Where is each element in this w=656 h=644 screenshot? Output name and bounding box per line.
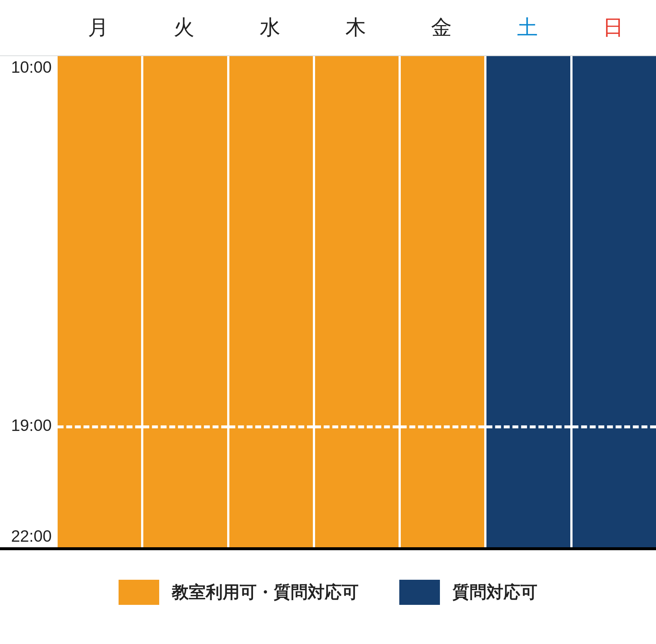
day-head-sun: 日	[570, 0, 656, 56]
day-head-fri: 金	[399, 0, 484, 56]
col-wed	[227, 56, 313, 547]
block-wed	[229, 56, 313, 547]
time-label-start: 10:00	[11, 58, 52, 76]
col-mon	[55, 56, 141, 547]
col-fri	[399, 56, 484, 547]
day-head-sat: 土	[484, 0, 570, 56]
block-thu	[315, 56, 399, 547]
legend-label-orange: 教室利用可・質問対応可	[172, 581, 359, 604]
chart-grid: 月 火 水 木 金 土 日 10:00 19:00 22:00	[0, 0, 656, 547]
legend-item-orange: 教室利用可・質問対応可	[119, 580, 359, 605]
col-sat	[484, 56, 570, 547]
col-thu	[313, 56, 399, 547]
block-fri	[401, 56, 484, 547]
legend: 教室利用可・質問対応可 質問対応可	[0, 550, 656, 627]
block-sat	[486, 56, 570, 547]
time-axis: 10:00 19:00 22:00	[0, 56, 55, 547]
block-sun	[573, 56, 656, 547]
day-head-mon: 月	[55, 0, 141, 56]
legend-swatch-navy	[399, 580, 440, 605]
time-label-mid: 19:00	[11, 416, 52, 435]
col-tue	[141, 56, 227, 547]
day-head-wed: 水	[227, 0, 313, 56]
schedule-chart: 月 火 水 木 金 土 日 10:00 19:00 22:00	[0, 0, 656, 627]
legend-item-navy: 質問対応可	[399, 580, 537, 605]
header-corner	[0, 0, 55, 56]
chart-baseline	[0, 547, 656, 550]
time-label-end: 22:00	[11, 527, 52, 545]
legend-swatch-orange	[119, 580, 159, 605]
block-mon	[58, 56, 141, 547]
day-head-tue: 火	[141, 0, 227, 56]
block-tue	[143, 56, 227, 547]
col-sun	[570, 56, 656, 547]
legend-label-navy: 質問対応可	[452, 581, 537, 604]
day-head-thu: 木	[313, 0, 399, 56]
